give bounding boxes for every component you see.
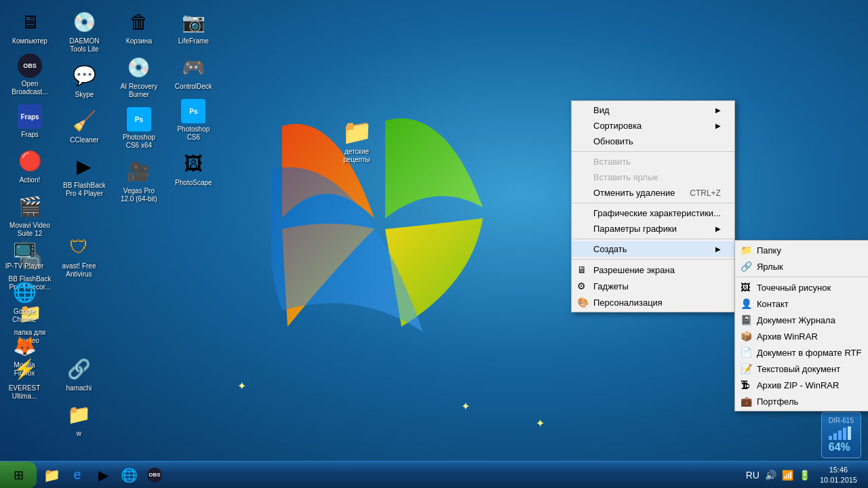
icon-photoshopcs6[interactable]: Ps Photoshop CS6	[169, 96, 218, 144]
icon-daemon-label: DAEMON Tools Lite	[62, 37, 106, 54]
icon-ccleaner[interactable]: 🧹 CCleaner	[60, 104, 108, 147]
submenu-dokument-rtf-label: Документ в формате RTF	[757, 348, 862, 358]
menu-otmenit-label: Отменить удаление	[593, 188, 675, 198]
menu-item-obnovit[interactable]: Обновить	[572, 134, 734, 149]
menu-parametry-arrow: ▶	[715, 225, 721, 232]
icon-skype-label: Skype	[75, 91, 94, 99]
icon-avast[interactable]: 🛡 avast! Free Antivirus	[54, 230, 103, 281]
submenu-portfel-label: Портфель	[757, 396, 798, 407]
net-bar-1	[829, 436, 832, 440]
taskbar-clock[interactable]: 15:46 10.01.2015	[814, 465, 863, 485]
menu-item-grafika[interactable]: Графические характеристики...	[572, 205, 734, 221]
menu-item-gadzhety[interactable]: ⚙ Гаджеты	[572, 278, 734, 294]
icon-fraps[interactable]: Fraps Fraps	[5, 102, 54, 142]
tray-lang[interactable]: RU	[745, 468, 761, 482]
submenu-item-tekstovy[interactable]: 📝 Текстовый документ	[735, 361, 868, 377]
menu-sozdat-arrow: ▶	[715, 245, 721, 253]
tray-volume-icon[interactable]: 🔊	[764, 468, 778, 482]
network-bars	[829, 426, 854, 440]
submenu-item-papku[interactable]: 📁 Папку	[735, 242, 868, 258]
icon-vegaspro[interactable]: 🎥 Vegas Pro 12.0 (64-bit)	[115, 155, 163, 206]
menu-obnovit-label: Обновить	[593, 136, 633, 146]
icon-computer[interactable]: 🖥 Компьютер	[5, 5, 54, 48]
icon-controldeck-label: ControlDeck	[175, 83, 212, 91]
icon-col-4: 📷 LifeFrame 🎮 ControlDeck Ps Photoshop C…	[169, 5, 218, 192]
submenu-item-dokument-rtf[interactable]: 📄 Документ в формате RTF	[735, 344, 868, 361]
network-widget: DIR-615 64%	[821, 412, 861, 458]
icon-photoshop64-label: Photoshop CS6 x64	[117, 134, 161, 150]
icon-avast-label: avast! Free Antivirus	[57, 262, 100, 279]
menu-item-vid[interactable]: Вид ▶	[572, 102, 734, 118]
submenu-item-tochechny[interactable]: 🖼 Точечный рисунок	[735, 279, 868, 296]
folder-detskie-recepty[interactable]: 📁 детские рецепты	[332, 119, 381, 164]
icon-col-bottom2: ⚡ EVEREST Ultima... 🔗 hamachi 📁 w	[0, 352, 106, 443]
menu-item-parametry[interactable]: Параметры графики ▶	[572, 221, 734, 237]
menu-item-personalizaciya[interactable]: 🎨 Персонализация	[572, 294, 734, 310]
submenu-yarlyk-label: Ярлык	[757, 262, 783, 272]
icon-controldeck[interactable]: 🎮 ControlDeck	[169, 51, 218, 94]
submenu-kontakt-label: Контакт	[757, 299, 789, 309]
icon-airecovery-label: AI Recovery Burner	[117, 83, 161, 99]
submenu-item-arxiv-zip[interactable]: 🗜 Архив ZIP - WinRAR	[735, 377, 868, 393]
menu-item-sortirovka[interactable]: Сортировка ▶	[572, 118, 734, 134]
menu-sozdat-label: Создать	[593, 244, 627, 254]
icon-obs-label: Open Broadcast...	[8, 80, 52, 96]
submenu-sep-1	[735, 277, 868, 277]
start-button[interactable]: ⊞	[0, 462, 37, 489]
icon-bbplayer[interactable]: ▶ BB FlashBack Pro 4 Player	[60, 150, 108, 201]
submenu-tekstovy-label: Текстовый документ	[757, 364, 840, 374]
taskbar-tray: RU 🔊 📶 🔋 15:46 10.01.2015	[739, 465, 868, 485]
taskbar-icon-ie[interactable]: e	[65, 463, 90, 487]
menu-sortirovka-label: Сортировка	[593, 121, 642, 131]
icon-w[interactable]: 📁 w	[54, 398, 103, 441]
taskbar-ie-icon: e	[73, 467, 81, 483]
taskbar-icon-wmp[interactable]: ▶	[91, 463, 115, 487]
taskbar-icon-explorer[interactable]: 📁	[39, 463, 64, 487]
icon-iptv[interactable]: 📺 IP-TV Player	[0, 230, 49, 273]
taskbar-quick-launch: 📁 e ▶ 🌐 OBS	[39, 463, 739, 487]
taskbar: ⊞ 📁 e ▶ 🌐 OBS RU 🔊 📶 🔋 15:46 10.01.2015	[0, 461, 868, 488]
icon-daemon[interactable]: 💿 DAEMON Tools Lite	[60, 5, 108, 56]
icon-hamachi-label: hamachi	[66, 384, 92, 392]
icon-obs[interactable]: OBS Open Broadcast...	[5, 51, 54, 99]
icon-lifeframe[interactable]: 📷 LifeFrame	[169, 5, 218, 48]
submenu-tochechny-label: Точечный рисунок	[757, 283, 831, 293]
submenu-item-kontakt[interactable]: 👤 Контакт	[735, 296, 868, 312]
net-bar-3	[838, 430, 842, 440]
menu-separator-2	[572, 203, 734, 203]
icon-skype[interactable]: 💬 Skype	[60, 59, 108, 102]
icon-korzina[interactable]: 🗑 Корзина	[115, 5, 163, 48]
menu-gadzhety-label: Гаджеты	[593, 281, 629, 291]
submenu-tekstovy-icon: 📝	[741, 363, 754, 374]
submenu-item-yarlyk[interactable]: 🔗 Ярлык	[735, 258, 868, 274]
submenu-item-arxiv-winrar[interactable]: 📦 Архив WinRAR	[735, 328, 868, 344]
taskbar-icon-chrome[interactable]: 🌐	[117, 463, 141, 487]
icon-col-2: 💿 DAEMON Tools Lite 💬 Skype 🧹 CCleaner ▶…	[60, 5, 108, 203]
submenu-sozdat: 📁 Папку 🔗 Ярлык 🖼 Точечный рисунок 👤 Кон…	[734, 240, 868, 411]
submenu-item-portfel[interactable]: 💼 Портфель	[735, 393, 868, 409]
submenu-arxiv-winrar-icon: 📦	[741, 331, 754, 342]
icon-airecovery[interactable]: 💿 AI Recovery Burner	[115, 51, 163, 102]
icon-hamachi[interactable]: 🔗 hamachi	[54, 352, 103, 395]
tray-battery-icon[interactable]: 🔋	[797, 468, 812, 482]
icon-chrome[interactable]: 🌐 Google Chrome	[0, 276, 49, 327]
menu-item-otmenit[interactable]: Отменить удаление CTRL+Z	[572, 185, 734, 201]
taskbar-icon-obs[interactable]: OBS	[142, 463, 167, 487]
menu-item-vstavit[interactable]: Вставить	[572, 154, 734, 169]
tray-network-icon[interactable]: 📶	[781, 468, 795, 482]
icon-everest[interactable]: ⚡ EVEREST Ultima...	[0, 352, 49, 403]
submenu-item-dokument-zhurnala[interactable]: 📓 Документ Журнала	[735, 312, 868, 328]
menu-gadzhety-icon: ⚙	[577, 281, 591, 291]
clock-date: 10.01.2015	[820, 475, 857, 485]
menu-item-sozdat[interactable]: Создать ▶ 📁 Папку 🔗 Ярлык 🖼 Точечный рис…	[572, 241, 734, 257]
menu-separator-1	[572, 151, 734, 152]
icon-photoshop64[interactable]: Ps Photoshop CS6 x64	[115, 104, 163, 152]
icon-photoscape[interactable]: 🖼 PhotoScape	[169, 147, 218, 190]
menu-personalizaciya-icon: 🎨	[577, 297, 591, 308]
submenu-dokument-zhurnala-label: Документ Журнала	[757, 315, 835, 325]
menu-item-razreshenie[interactable]: 🖥 Разрешение экрана	[572, 262, 734, 278]
menu-item-vstavit-yarlyk[interactable]: Вставить ярлык	[572, 169, 734, 185]
menu-sortirovka-arrow: ▶	[715, 122, 721, 129]
icon-action[interactable]: 🔴 Action!	[5, 144, 54, 187]
menu-vid-arrow: ▶	[715, 106, 721, 114]
